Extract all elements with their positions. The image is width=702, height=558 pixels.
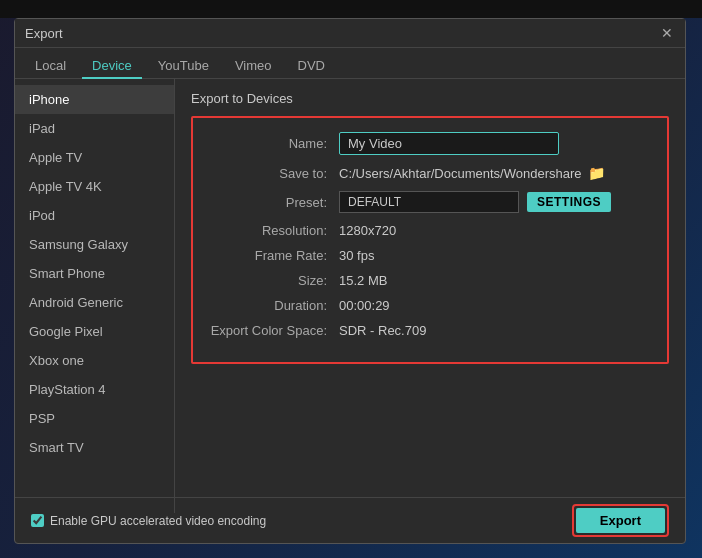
preset-row: Preset: DEFAULT High Quality Medium Qual… — [209, 191, 651, 213]
panel-title: Export to Devices — [191, 91, 669, 106]
dialog-titlebar: Export ✕ — [15, 19, 685, 48]
export-dialog: Export ✕ Local Device YouTube Vimeo DVD … — [14, 18, 686, 544]
sidebar-item-android[interactable]: Android Generic — [15, 288, 174, 317]
sidebar-item-ipad[interactable]: iPad — [15, 114, 174, 143]
saveto-value-row: C:/Users/Akhtar/Documents/Wondershare 📁 — [339, 165, 605, 181]
export-button[interactable]: Export — [576, 508, 665, 533]
tab-device[interactable]: Device — [82, 54, 142, 79]
close-button[interactable]: ✕ — [659, 25, 675, 41]
sidebar-item-ps4[interactable]: PlayStation 4 — [15, 375, 174, 404]
export-settings-box: Name: Save to: C:/Users/Akhtar/Documents… — [191, 116, 669, 364]
sidebar-item-xboxone[interactable]: Xbox one — [15, 346, 174, 375]
resolution-row: Resolution: 1280x720 — [209, 223, 651, 238]
gpu-option-row: Enable GPU accelerated video encoding — [31, 514, 266, 528]
tab-vimeo[interactable]: Vimeo — [225, 54, 282, 79]
main-content: iPhone iPad Apple TV Apple TV 4K iPod Sa… — [15, 79, 685, 513]
name-label: Name: — [209, 136, 339, 151]
settings-button[interactable]: SETTINGS — [527, 192, 611, 212]
device-sidebar: iPhone iPad Apple TV Apple TV 4K iPod Sa… — [15, 79, 175, 513]
framerate-row: Frame Rate: 30 fps — [209, 248, 651, 263]
name-input[interactable] — [339, 132, 559, 155]
size-label: Size: — [209, 273, 339, 288]
duration-row: Duration: 00:00:29 — [209, 298, 651, 313]
tab-local[interactable]: Local — [25, 54, 76, 79]
sidebar-item-psp[interactable]: PSP — [15, 404, 174, 433]
resolution-value: 1280x720 — [339, 223, 396, 238]
preset-select[interactable]: DEFAULT High Quality Medium Quality Low … — [339, 191, 519, 213]
tab-dvd[interactable]: DVD — [288, 54, 335, 79]
gpu-label: Enable GPU accelerated video encoding — [50, 514, 266, 528]
tab-youtube[interactable]: YouTube — [148, 54, 219, 79]
resolution-label: Resolution: — [209, 223, 339, 238]
sidebar-item-ipod[interactable]: iPod — [15, 201, 174, 230]
colorspace-row: Export Color Space: SDR - Rec.709 — [209, 323, 651, 338]
colorspace-value: SDR - Rec.709 — [339, 323, 426, 338]
size-row: Size: 15.2 MB — [209, 273, 651, 288]
dialog-title: Export — [25, 26, 63, 41]
colorspace-label: Export Color Space: — [209, 323, 339, 338]
right-panel: Export to Devices Name: Save to: C:/User… — [175, 79, 685, 513]
preset-controls: DEFAULT High Quality Medium Quality Low … — [339, 191, 611, 213]
sidebar-item-smartphone[interactable]: Smart Phone — [15, 259, 174, 288]
sidebar-item-googlepixel[interactable]: Google Pixel — [15, 317, 174, 346]
saveto-row: Save to: C:/Users/Akhtar/Documents/Wonde… — [209, 165, 651, 181]
bottom-bar: Enable GPU accelerated video encoding Ex… — [15, 497, 685, 543]
preset-label: Preset: — [209, 195, 339, 210]
saveto-label: Save to: — [209, 166, 339, 181]
name-row: Name: — [209, 132, 651, 155]
gpu-checkbox[interactable] — [31, 514, 44, 527]
duration-value: 00:00:29 — [339, 298, 390, 313]
sidebar-item-appletv4k[interactable]: Apple TV 4K — [15, 172, 174, 201]
export-button-wrap: Export — [572, 504, 669, 537]
duration-label: Duration: — [209, 298, 339, 313]
sidebar-item-iphone[interactable]: iPhone — [15, 85, 174, 114]
tab-bar: Local Device YouTube Vimeo DVD — [15, 48, 685, 79]
sidebar-item-smarttv[interactable]: Smart TV — [15, 433, 174, 462]
sidebar-item-appletv[interactable]: Apple TV — [15, 143, 174, 172]
folder-browse-button[interactable]: 📁 — [588, 165, 605, 181]
framerate-value: 30 fps — [339, 248, 374, 263]
saveto-path: C:/Users/Akhtar/Documents/Wondershare — [339, 166, 582, 181]
sidebar-item-samsung[interactable]: Samsung Galaxy — [15, 230, 174, 259]
framerate-label: Frame Rate: — [209, 248, 339, 263]
size-value: 15.2 MB — [339, 273, 387, 288]
